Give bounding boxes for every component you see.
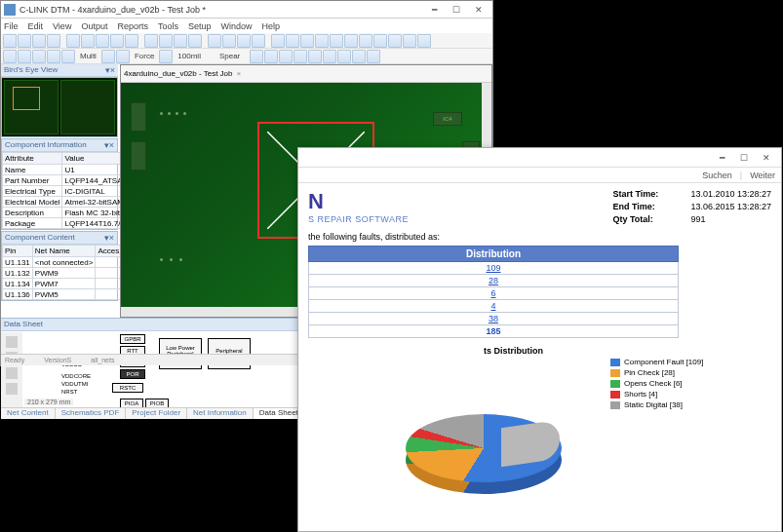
dist-header: Distribution — [309, 247, 679, 262]
tab-schematics[interactable]: Schematics PDF — [56, 408, 127, 419]
close-button[interactable]: ✕ — [756, 151, 777, 165]
search-label[interactable]: Suchen — [702, 171, 732, 180]
tool-icon[interactable] — [101, 50, 115, 63]
menu-edit[interactable]: Edit — [28, 21, 44, 31]
tab-netinfo[interactable]: Net Information — [187, 408, 254, 419]
pie-chart — [386, 358, 601, 513]
tool-icon[interactable] — [125, 34, 138, 48]
titlebar[interactable]: C-LINK DTM - 4xarduino_due_v02b - Test J… — [1, 1, 492, 19]
panel-close-icon[interactable]: ▾× — [104, 233, 114, 243]
report-meta: Start Time:13.01.2010 13:28:27 End Time:… — [612, 189, 771, 227]
menu-window[interactable]: Window — [220, 21, 252, 31]
tool-icon[interactable] — [271, 34, 285, 48]
lock-icon[interactable] — [6, 336, 18, 348]
tool-icon[interactable] — [6, 367, 18, 379]
tool-icon[interactable] — [417, 34, 431, 48]
tool-icon[interactable] — [188, 34, 202, 48]
tool-multi[interactable]: Multi — [76, 52, 100, 60]
minimize-button[interactable]: ━ — [711, 151, 732, 165]
qty-label: Qty Total: — [612, 214, 690, 224]
tool-icon[interactable] — [373, 34, 387, 48]
tool-icon[interactable] — [3, 50, 17, 63]
tool-icon[interactable] — [279, 50, 293, 63]
component-content-header[interactable]: Component Content▾× — [2, 232, 117, 245]
tool-icon[interactable] — [337, 50, 351, 63]
tool-icon[interactable] — [308, 50, 322, 63]
tool-icon[interactable] — [367, 50, 380, 63]
tool-icon[interactable] — [32, 34, 46, 48]
menu-output[interactable]: Output — [81, 21, 107, 31]
tab-netcontent[interactable]: Net Content — [1, 408, 56, 419]
tool-icon[interactable] — [323, 50, 336, 63]
maximize-button[interactable]: ☐ — [733, 151, 755, 165]
report-titlebar[interactable]: ━ ☐ ✕ — [298, 148, 781, 168]
tool-force[interactable]: Force — [131, 52, 158, 60]
tool-icon[interactable] — [344, 34, 358, 48]
tool-icon[interactable] — [222, 34, 236, 48]
tool-icon[interactable] — [66, 34, 80, 48]
tool-icon[interactable] — [6, 383, 18, 395]
tool-icon[interactable] — [3, 34, 17, 48]
panel-close-icon[interactable]: ▾× — [104, 140, 114, 150]
tool-icon[interactable] — [18, 34, 31, 48]
menu-file[interactable]: File — [4, 21, 19, 31]
tool-dist[interactable]: 100mil — [174, 52, 205, 60]
table-row: 38 — [309, 313, 679, 325]
tool-icon[interactable] — [300, 34, 314, 48]
tool-icon[interactable] — [61, 50, 75, 63]
next-label[interactable]: Weiter — [750, 171, 775, 180]
tab-projectfolder[interactable]: Project Folder — [126, 408, 187, 419]
tool-icon[interactable] — [32, 50, 46, 63]
table-row: 4 — [309, 300, 679, 313]
block: RSTC — [112, 383, 143, 393]
legend-swatch — [610, 369, 620, 377]
legend-item: Opens Check [6] — [610, 379, 703, 388]
birdseye-view[interactable] — [1, 77, 118, 137]
maximize-button[interactable]: ☐ — [446, 3, 467, 17]
tool-icon[interactable] — [252, 34, 265, 48]
tool-icon[interactable] — [144, 34, 158, 48]
tool-icon[interactable] — [47, 34, 60, 48]
tool-icon[interactable] — [208, 34, 221, 48]
tool-icon[interactable] — [330, 34, 343, 48]
tool-icon[interactable] — [250, 50, 263, 63]
tool-icon[interactable] — [110, 34, 124, 48]
tool-icon[interactable] — [237, 34, 251, 48]
tool-icon[interactable] — [159, 34, 173, 48]
tool-icon[interactable] — [81, 34, 95, 48]
legend-item: Pin Check [28] — [610, 368, 703, 377]
menu-view[interactable]: View — [53, 21, 71, 31]
tool-icon[interactable] — [174, 34, 187, 48]
tool-icon[interactable] — [159, 50, 173, 63]
menu-reports[interactable]: Reports — [117, 21, 148, 31]
tool-icon[interactable] — [388, 34, 402, 48]
tool-icon[interactable] — [286, 34, 299, 48]
tool-icon[interactable] — [47, 50, 60, 63]
document-tab[interactable]: 4xarduino_due_v02b - Test Job × — [121, 65, 491, 83]
component-info-header[interactable]: Component Information▾× — [2, 139, 117, 152]
tool-icon[interactable] — [315, 34, 329, 48]
table-row: 6 — [309, 287, 679, 300]
close-button[interactable]: ✕ — [468, 3, 489, 17]
datasheet-tool-strip — [1, 332, 22, 407]
tool-icon[interactable] — [352, 50, 366, 63]
minimize-button[interactable]: ━ — [423, 3, 445, 17]
tool-icon[interactable] — [18, 50, 31, 63]
tool-icon[interactable] — [116, 50, 130, 63]
tool-spear[interactable]: Spear — [215, 52, 244, 60]
tool-icon[interactable] — [403, 34, 416, 48]
table-row: 185 — [309, 325, 679, 338]
report-window: ━ ☐ ✕ Suchen | Weiter N S REPAIR SOFTWAR… — [297, 147, 782, 532]
panel-close-icon[interactable]: ▾× — [105, 65, 115, 75]
tool-icon[interactable] — [359, 34, 372, 48]
tool-icon[interactable] — [96, 34, 109, 48]
birdseye-header[interactable]: Bird's Eye View▾× — [1, 64, 118, 77]
tab-close-icon[interactable]: × — [237, 69, 242, 78]
menu-help[interactable]: Help — [262, 21, 281, 31]
tool-icon[interactable] — [264, 50, 278, 63]
menu-tools[interactable]: Tools — [158, 21, 178, 31]
pin-label: VDDCORE — [61, 373, 91, 379]
menu-setup[interactable]: Setup — [188, 21, 212, 31]
tool-icon[interactable] — [294, 50, 307, 63]
block: GPBR — [120, 334, 145, 344]
